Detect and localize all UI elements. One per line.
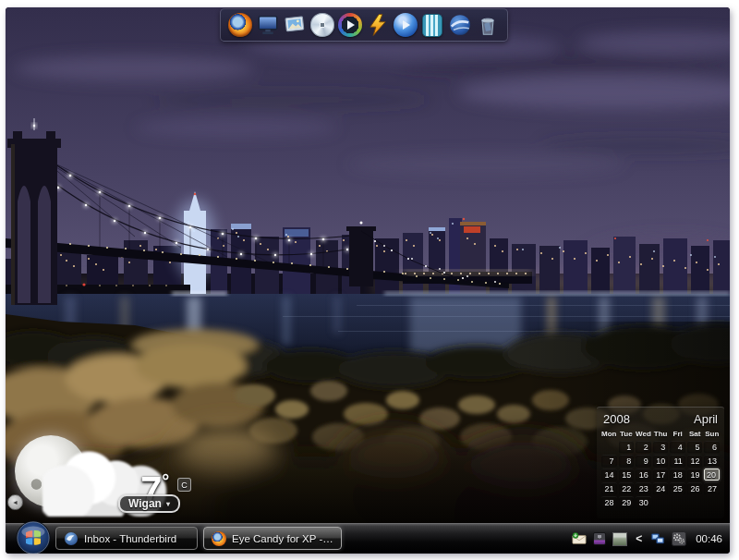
calendar-day-cell[interactable]: 9	[636, 455, 651, 467]
calendar-day-cell[interactable]: 12	[687, 455, 703, 467]
photo-frame: 7° C Wigan▾ ◄ 2008 April Mon Tue Wed Thu…	[0, 0, 739, 560]
display-properties-icon[interactable]	[283, 13, 307, 37]
calendar-day-cell[interactable]: 15	[619, 469, 635, 481]
start-button[interactable]	[15, 519, 52, 554]
calendar-day-headers: Mon Tue Wed Thu Fri Sat Sun	[601, 430, 720, 438]
calendar-day-cell[interactable]: 24	[653, 482, 669, 494]
day-header: Mon	[601, 430, 617, 438]
network-icon[interactable]	[650, 531, 665, 546]
calendar-day-cell[interactable]: 16	[636, 469, 651, 481]
windows-media-player-icon[interactable]	[394, 13, 418, 37]
photo-thumbnail-icon[interactable]	[612, 532, 627, 546]
calendar-day-cell[interactable]: 23	[636, 482, 651, 494]
calendar-day-cell	[653, 496, 669, 508]
desktop: 7° C Wigan▾ ◄ 2008 April Mon Tue Wed Thu…	[6, 7, 730, 524]
taskbar: Inbox - Thunderbird Eye Candy for XP - C…	[6, 523, 730, 554]
calendar-day-cell-selected[interactable]: 20	[704, 469, 720, 481]
firefox-icon[interactable]	[228, 13, 252, 37]
media-agent-icon[interactable]	[593, 532, 606, 545]
calendar-day-cell[interactable]: 3	[653, 441, 669, 453]
calendar-day-cell[interactable]: 30	[636, 496, 651, 508]
calendar-day-cell	[670, 496, 685, 508]
thunderbird-icon	[64, 531, 79, 546]
calendar-day-cell[interactable]: 18	[670, 469, 685, 481]
day-header: Tue	[619, 430, 635, 438]
calendar-day-cell[interactable]: 10	[653, 455, 669, 467]
system-tray: < 00:46	[572, 524, 730, 554]
unit-toggle[interactable]: C	[177, 478, 191, 492]
chevron-down-icon: ▾	[166, 500, 170, 508]
tray-collapse-chevron[interactable]: <	[634, 532, 644, 545]
taskbar-button-thunderbird[interactable]: Inbox - Thunderbird	[55, 527, 198, 550]
widget-collapse-button[interactable]: ◄	[7, 494, 23, 510]
location-selector[interactable]: Wigan▾	[118, 494, 180, 513]
day-header: Wed	[636, 430, 651, 438]
calendar-day-cell[interactable]: 1	[619, 441, 635, 453]
clock[interactable]: 00:46	[696, 533, 722, 544]
firefox-icon	[212, 531, 226, 546]
recycle-bin-icon[interactable]	[476, 13, 500, 37]
calendar-day-cell[interactable]: 4	[670, 441, 685, 453]
winamp-icon[interactable]	[366, 13, 390, 37]
calendar-widget: 2008 April Mon Tue Wed Thu Fri Sat Sun 1…	[597, 407, 724, 518]
day-header: Sun	[704, 430, 720, 438]
calendar-day-cell[interactable]: 27	[704, 482, 720, 494]
new-mail-icon[interactable]	[572, 531, 587, 546]
day-header: Thu	[653, 430, 669, 438]
calendar-month: April	[694, 412, 718, 426]
calendar-day-cell	[704, 496, 720, 508]
calendar-grid: 1 2 3 4 5 6 7 8 9 10 11 12 13 14 15 16 1…	[601, 441, 720, 508]
weather-widget: 7° C Wigan▾ ◄	[6, 428, 218, 524]
calendar-day-cell[interactable]: 29	[619, 496, 635, 508]
calendar-day-cell[interactable]: 22	[619, 482, 635, 494]
taskbar-button-firefox[interactable]: Eye Candy for XP - Co...	[203, 527, 342, 550]
calendar-day-cell[interactable]: 28	[601, 496, 617, 508]
my-computer-icon[interactable]	[256, 13, 280, 37]
calendar-day-cell	[601, 441, 617, 453]
calendar-day-cell[interactable]: 14	[601, 469, 617, 481]
calendar-day-cell[interactable]: 11	[670, 455, 685, 467]
taskbar-button-label: Inbox - Thunderbird	[84, 533, 176, 544]
calendar-day-cell[interactable]: 8	[619, 455, 635, 467]
calendar-day-cell[interactable]: 5	[687, 441, 703, 453]
calendar-day-cell[interactable]: 2	[636, 441, 651, 453]
google-earth-icon[interactable]	[448, 13, 472, 37]
calendar-day-cell[interactable]: 17	[653, 469, 669, 481]
calendar-day-cell[interactable]: 19	[687, 469, 703, 481]
calendar-day-cell[interactable]: 7	[601, 455, 617, 467]
calendar-day-cell[interactable]: 25	[670, 482, 685, 494]
equalizer-icon[interactable]	[422, 14, 442, 37]
location-label: Wigan	[128, 497, 162, 510]
launcher-dock	[220, 8, 508, 42]
day-header: Sat	[687, 430, 703, 438]
calendar-year: 2008	[603, 412, 630, 426]
calendar-day-cell	[687, 496, 703, 508]
calendar-day-cell[interactable]: 13	[704, 455, 720, 467]
calendar-day-cell[interactable]: 21	[601, 482, 617, 494]
day-header: Fri	[670, 430, 685, 438]
desktop-screenshot: 7° C Wigan▾ ◄ 2008 April Mon Tue Wed Thu…	[6, 7, 730, 554]
cd-dvd-icon[interactable]	[310, 13, 334, 37]
media-player-icon[interactable]	[338, 13, 362, 37]
taskbar-button-label: Eye Candy for XP - Co...	[232, 533, 333, 544]
bridge-tower-left	[7, 118, 61, 305]
settings-gears-icon[interactable]	[672, 531, 686, 546]
calendar-day-cell[interactable]: 26	[687, 482, 703, 494]
calendar-day-cell[interactable]: 6	[704, 441, 720, 453]
